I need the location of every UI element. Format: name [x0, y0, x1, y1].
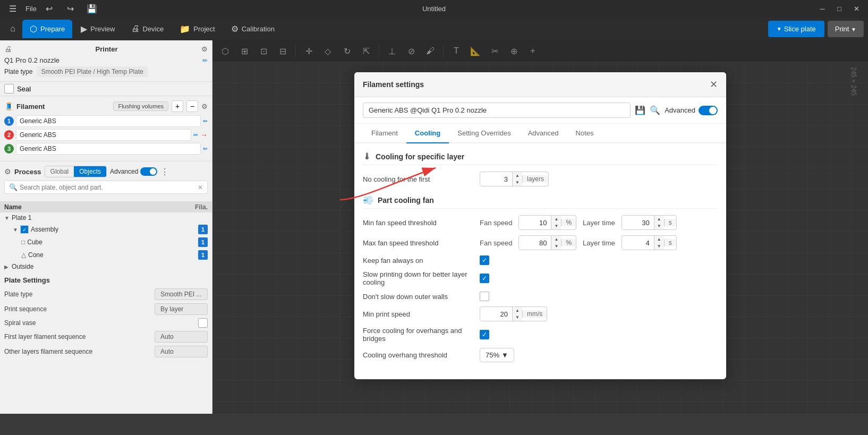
max-layer-time-input-wrapper: 4 ▲ ▼ s — [622, 235, 677, 250]
tree-plate-1[interactable]: ▼ Plate 1 — [0, 212, 212, 223]
force-cooling-checkbox[interactable]: ✓ — [480, 330, 489, 339]
preset-save-icon[interactable]: 💾 — [635, 105, 645, 115]
home-button[interactable]: ⌂ — [4, 20, 21, 37]
tab-project[interactable]: 📁 Project — [172, 20, 222, 38]
min-fan-speed-input[interactable]: 10 — [519, 216, 551, 229]
print-button[interactable]: Print ▼ — [828, 21, 864, 37]
preset-selector[interactable]: Generic ABS @Qidi Q1 Pro 0.2 nozzle — [363, 103, 631, 118]
min-layer-time-input[interactable]: 30 — [622, 216, 654, 229]
keep-fan-checkbox[interactable]: ✓ — [480, 255, 489, 265]
ps-print-sequence-value[interactable]: By layer — [155, 303, 208, 315]
process-header: ⚙ Process Global Objects Advanced ⋮ — [4, 166, 208, 177]
tab-prepare[interactable]: ⬡ Prepare — [22, 20, 72, 38]
plate-expand-icon[interactable]: ▼ — [4, 215, 12, 221]
min-fan-speed-unit: % — [561, 219, 576, 226]
dialog-advanced-switch[interactable] — [699, 106, 718, 115]
process-view-toggle-icon[interactable]: ⋮ — [160, 167, 169, 177]
no-cooling-input[interactable]: 3 — [480, 173, 512, 186]
filament-2-edit-icon[interactable]: ✏ — [193, 132, 198, 139]
max-layer-time-label: Layer time — [583, 239, 615, 247]
slow-printing-checkbox[interactable]: ✓ — [480, 274, 489, 283]
printer-header: 🖨 Printer ⚙ — [4, 45, 208, 53]
max-fan-speed-down[interactable]: ▼ — [551, 243, 561, 250]
tab-advanced[interactable]: Advanced — [520, 124, 567, 143]
printer-edit-icon[interactable]: ✏ — [202, 57, 208, 64]
filament-1-edit-icon[interactable]: ✏ — [203, 118, 208, 125]
dont-slow-checkbox[interactable] — [480, 292, 489, 301]
tab-calibration[interactable]: ⚙ Calibration — [224, 20, 282, 38]
print-dropdown-arrow[interactable]: ▼ — [851, 27, 856, 32]
min-print-speed-input[interactable]: 20 — [480, 308, 512, 321]
tab-global[interactable]: Global — [45, 166, 74, 177]
max-layer-time-down[interactable]: ▼ — [654, 243, 664, 250]
min-fan-speed-label: Fan speed — [480, 219, 512, 227]
tab-device[interactable]: 🖨 Device — [124, 20, 172, 38]
spiral-vase-checkbox[interactable] — [198, 318, 208, 328]
max-fan-speed-input-wrapper: 80 ▲ ▼ % — [518, 235, 576, 250]
dialog-preset-row: Generic ABS @Qidi Q1 Pro 0.2 nozzle 💾 🔍 … — [354, 97, 726, 124]
left-panel: 🖨 Printer ⚙ Q1 Pro 0.2 nozzle ✏ Plate ty… — [0, 40, 212, 414]
outside-expand-icon[interactable]: ▶ — [4, 264, 12, 270]
tree-outside[interactable]: ▶ Outside — [0, 261, 212, 272]
min-print-speed-down[interactable]: ▼ — [513, 314, 522, 321]
ps-first-layer-value[interactable]: Auto — [155, 331, 208, 343]
tab-preview[interactable]: ▶ Preview — [73, 20, 122, 38]
nav-right-actions: ▼ Slice plate Print ▼ — [768, 21, 864, 37]
plate-type-row: Plate type Smooth PEI Plate / High Temp … — [4, 66, 208, 77]
ps-spiral-vase-label: Spiral vase — [4, 319, 36, 327]
tree-assembly[interactable]: ▼ ✓ Assembly 1 — [0, 223, 212, 236]
assembly-expand-icon[interactable]: ▼ — [13, 227, 20, 233]
filament-settings-icon[interactable]: ⚙ — [201, 103, 208, 110]
object-tree: Name Fila. ▼ Plate 1 ▼ ✓ Assembly 1 □ Cu… — [0, 202, 212, 272]
filament-3-edit-icon[interactable]: ✏ — [203, 146, 208, 152]
preset-search-icon[interactable]: 🔍 — [650, 105, 660, 115]
tab-objects[interactable]: Objects — [74, 166, 106, 177]
assembly-checkbox[interactable]: ✓ — [20, 225, 29, 234]
no-cooling-up[interactable]: ▲ — [513, 172, 522, 179]
remove-filament-button[interactable]: − — [186, 100, 198, 112]
hamburger-menu-button[interactable]: ☰ — [4, 0, 21, 17]
flushing-volumes-button[interactable]: Flushing volumes — [113, 101, 168, 111]
printer-settings-icon[interactable]: ⚙ — [201, 45, 208, 53]
min-print-speed-up[interactable]: ▲ — [513, 307, 522, 314]
cooling-overhang-value: 75% — [486, 351, 499, 359]
tree-cube[interactable]: □ Cube 1 — [0, 236, 212, 249]
no-cooling-down[interactable]: ▼ — [513, 179, 522, 186]
ps-row-spiral-vase: Spiral vase — [4, 318, 208, 328]
close-button[interactable]: ✕ — [849, 1, 864, 16]
search-clear-icon[interactable]: ✕ — [198, 184, 203, 191]
dialog-close-button[interactable]: ✕ — [710, 79, 718, 90]
min-layer-time-down[interactable]: ▼ — [654, 223, 664, 229]
max-fan-speed-spinner: ▲ ▼ — [551, 236, 561, 250]
add-filament-button[interactable]: + — [172, 100, 183, 112]
slice-dropdown-arrow[interactable]: ▼ — [777, 26, 782, 32]
advanced-toggle[interactable] — [140, 167, 157, 176]
slice-plate-button[interactable]: ▼ Slice plate — [768, 21, 824, 37]
seal-checkbox[interactable] — [4, 84, 14, 93]
min-fan-speed-down[interactable]: ▼ — [551, 223, 561, 229]
ps-plate-type-value[interactable]: Smooth PEI ... — [155, 288, 208, 300]
tab-filament[interactable]: Filament — [363, 124, 406, 143]
file-menu[interactable]: File — [25, 5, 37, 13]
maximize-button[interactable]: □ — [832, 1, 847, 16]
assembly-filament-badge: 1 — [198, 225, 208, 234]
cooling-overhang-dropdown[interactable]: 75% ▼ — [480, 348, 514, 362]
min-layer-time-up[interactable]: ▲ — [654, 216, 664, 223]
min-fan-speed-up[interactable]: ▲ — [551, 216, 561, 223]
tree-cone[interactable]: △ Cone 1 — [0, 249, 212, 261]
redo-button[interactable]: ↪ — [62, 0, 79, 17]
search-input[interactable] — [20, 184, 195, 191]
minimize-button[interactable]: ─ — [815, 1, 830, 16]
tab-notes[interactable]: Notes — [567, 124, 602, 143]
max-fan-speed-up[interactable]: ▲ — [551, 236, 561, 243]
undo-button[interactable]: ↩ — [41, 0, 58, 17]
max-layer-time-unit: s — [664, 239, 676, 246]
max-layer-time-input[interactable]: 4 — [622, 236, 654, 250]
ps-other-layers-value[interactable]: Auto — [155, 346, 208, 357]
tab-setting-overrides[interactable]: Setting Overrides — [449, 124, 519, 143]
max-fan-speed-input[interactable]: 80 — [519, 236, 551, 250]
filament-badge-1: 1 — [4, 116, 14, 126]
max-layer-time-up[interactable]: ▲ — [654, 236, 664, 243]
save-button[interactable]: 💾 — [83, 0, 100, 17]
tab-cooling[interactable]: Cooling — [406, 124, 449, 143]
